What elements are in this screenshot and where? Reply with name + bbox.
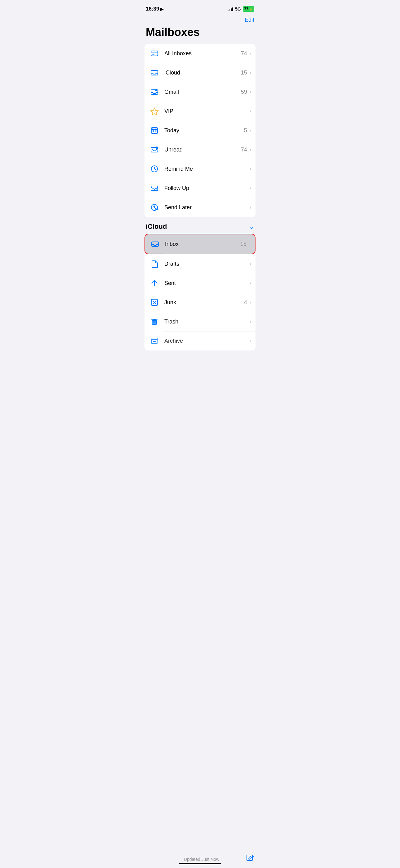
- network-type: 5G: [235, 6, 241, 11]
- status-bar: 16:39 ▶ 5G 77: [139, 0, 261, 16]
- chevron-icon: ›: [249, 241, 251, 247]
- unread-label: Unread: [164, 147, 241, 153]
- battery-indicator: 77: [243, 6, 254, 12]
- svg-rect-10: [155, 130, 156, 132]
- icloud-inbox-icon: [149, 67, 160, 78]
- vip-icon: [149, 105, 160, 117]
- page-title: Mailboxes: [139, 26, 261, 44]
- list-item-icloud[interactable]: iCloud 15 ›: [144, 63, 256, 82]
- drafts-icon: [149, 258, 160, 270]
- remind-me-label: Remind Me: [164, 166, 247, 172]
- sent-icon: [149, 278, 160, 289]
- gmail-label: Gmail: [164, 89, 241, 95]
- trash-label: Trash: [164, 318, 247, 325]
- archive-label: Archive: [164, 338, 247, 344]
- list-item-follow-up[interactable]: Follow Up ›: [144, 179, 256, 198]
- drafts-label: Drafts: [164, 261, 247, 267]
- send-later-icon: [149, 202, 160, 213]
- icloud-label: iCloud: [164, 69, 241, 76]
- svg-marker-5: [151, 108, 158, 115]
- svg-point-12: [156, 147, 158, 149]
- edit-button[interactable]: Edit: [245, 16, 254, 25]
- chevron-icon: ›: [249, 185, 251, 191]
- junk-count: 4: [244, 299, 247, 306]
- today-label: Today: [164, 127, 244, 134]
- inbox-label: Inbox: [165, 241, 240, 247]
- today-count: 5: [244, 127, 247, 134]
- junk-label: Junk: [164, 299, 244, 306]
- chevron-icon: ›: [249, 338, 251, 344]
- svg-rect-9: [153, 130, 154, 132]
- gmail-inbox-icon: [149, 86, 160, 97]
- signal-bars: [228, 7, 233, 11]
- chevron-icon: ›: [249, 147, 251, 152]
- vip-label: VIP: [164, 108, 247, 115]
- unread-count: 74: [241, 147, 247, 153]
- status-time: 16:39 ▶: [146, 6, 163, 12]
- svg-point-8: [156, 128, 157, 129]
- all-inboxes-label: All Inboxes: [164, 50, 241, 57]
- chevron-icon: ›: [249, 261, 251, 267]
- chevron-icon: ›: [249, 300, 251, 305]
- inbox-count: 15: [240, 241, 246, 247]
- chevron-icon: ›: [249, 319, 251, 324]
- icloud-collapse-icon[interactable]: ⌄: [249, 223, 254, 230]
- list-item-today[interactable]: Today 5 ›: [144, 121, 256, 140]
- follow-up-icon: [149, 183, 160, 194]
- list-item-gmail[interactable]: Gmail 59 ›: [144, 82, 256, 101]
- all-inboxes-count: 74: [241, 50, 247, 57]
- chevron-icon: ›: [249, 205, 251, 210]
- list-item-send-later[interactable]: Send Later ›: [144, 198, 256, 217]
- trash-icon: [149, 316, 160, 327]
- svg-rect-6: [151, 128, 158, 133]
- today-icon: [149, 125, 160, 136]
- location-icon: ▶: [160, 7, 163, 11]
- list-item-junk[interactable]: Junk 4 ›: [144, 293, 256, 312]
- gmail-count: 59: [241, 89, 247, 95]
- list-item-vip[interactable]: VIP ›: [144, 101, 256, 121]
- sent-label: Sent: [164, 280, 247, 286]
- all-inboxes-icon: [149, 48, 160, 59]
- remind-me-icon: [149, 163, 160, 175]
- chevron-icon: ›: [249, 51, 251, 56]
- send-later-label: Send Later: [164, 204, 247, 211]
- chevron-icon: ›: [249, 89, 251, 95]
- icloud-section-header: iCloud ⌄: [139, 223, 261, 234]
- list-item-unread[interactable]: Unread 74 ›: [144, 140, 256, 159]
- archive-icon: [149, 335, 160, 346]
- list-item-archive[interactable]: Archive ›: [144, 331, 256, 350]
- chevron-icon: ›: [249, 128, 251, 133]
- svg-point-4: [155, 89, 158, 91]
- list-item-trash[interactable]: Trash ›: [144, 312, 256, 331]
- icloud-section-title: iCloud: [146, 223, 167, 231]
- svg-point-7: [153, 128, 154, 129]
- follow-up-label: Follow Up: [164, 185, 247, 191]
- status-right: 5G 77: [228, 6, 254, 12]
- header-area: Edit: [139, 16, 261, 25]
- junk-icon: [149, 297, 160, 308]
- svg-rect-1: [153, 52, 156, 53]
- list-item-all-inboxes[interactable]: All Inboxes 74 ›: [144, 44, 256, 63]
- chevron-icon: ›: [249, 166, 251, 172]
- list-item-drafts[interactable]: Drafts ›: [144, 254, 256, 274]
- chevron-icon: ›: [249, 70, 251, 75]
- list-item-sent[interactable]: Sent ›: [144, 274, 256, 293]
- unread-icon: [149, 144, 160, 155]
- icloud-count: 15: [241, 69, 247, 76]
- chevron-icon: ›: [249, 108, 251, 114]
- main-mailboxes-list: All Inboxes 74 › iCloud 15 › Gmail 59 ›: [144, 44, 256, 217]
- chevron-icon: ›: [249, 280, 251, 286]
- list-item-icloud-inbox[interactable]: Inbox 15 ›: [144, 234, 256, 254]
- inbox-icon: [149, 239, 161, 250]
- list-item-remind-me[interactable]: Remind Me ›: [144, 159, 256, 179]
- icloud-list: Inbox 15 › Drafts › Sent ›: [144, 234, 256, 350]
